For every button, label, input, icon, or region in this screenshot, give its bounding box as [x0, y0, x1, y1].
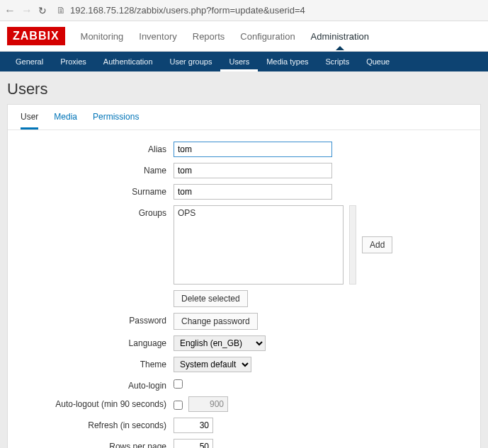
groups-scrollbar[interactable] — [349, 205, 356, 285]
auto-login-checkbox[interactable] — [174, 379, 183, 389]
subnav-scripts[interactable]: Scripts — [317, 52, 358, 71]
top-nav: ZABBIX Monitoring Inventory Reports Conf… — [0, 21, 488, 52]
refresh-label: Refresh (in seconds) — [21, 418, 174, 430]
tab-user[interactable]: User — [21, 112, 38, 130]
subnav-general[interactable]: General — [7, 52, 52, 71]
logo[interactable]: ZABBIX — [7, 27, 65, 45]
groups-label: Groups — [21, 205, 174, 218]
auto-logout-checkbox[interactable] — [174, 401, 183, 410]
tab-media[interactable]: Media — [54, 112, 77, 130]
tabs: User Media Permissions — [8, 105, 480, 130]
groups-option[interactable]: OPS — [178, 208, 195, 218]
nav-monitoring[interactable]: Monitoring — [81, 31, 124, 42]
tab-permissions[interactable]: Permissions — [93, 112, 139, 130]
url-bar[interactable]: 🗎 192.168.75.128/zabbix/users.php?form=u… — [52, 4, 484, 17]
language-select[interactable]: English (en_GB) — [174, 335, 266, 351]
page-icon: 🗎 — [57, 5, 66, 16]
password-label: Password — [21, 313, 174, 326]
surname-input[interactable] — [174, 184, 332, 200]
auto-login-label: Auto-login — [21, 378, 174, 391]
language-label: Language — [21, 335, 174, 348]
user-form: Alias Name Surname Groups OPS Add — [8, 130, 480, 448]
rows-input[interactable] — [174, 439, 213, 448]
url-text: 192.168.75.128/zabbix/users.php?form=upd… — [70, 5, 305, 16]
spacer — [21, 290, 174, 293]
rows-label: Rows per page — [21, 439, 174, 448]
subnav-user-groups[interactable]: User groups — [161, 52, 221, 71]
page-area: Users User Media Permissions Alias Name … — [0, 71, 488, 448]
page-title: Users — [7, 80, 481, 98]
alias-input[interactable] — [174, 142, 332, 157]
subnav-authentication[interactable]: Authentication — [95, 52, 161, 71]
delete-selected-button[interactable]: Delete selected — [174, 290, 248, 307]
back-icon[interactable]: ← — [4, 4, 16, 17]
subnav-queue[interactable]: Queue — [358, 52, 398, 71]
name-label: Name — [21, 163, 174, 176]
nav-inventory[interactable]: Inventory — [139, 31, 176, 42]
theme-label: Theme — [21, 357, 174, 369]
nav-configuration[interactable]: Configuration — [240, 31, 295, 42]
alias-label: Alias — [21, 142, 174, 154]
nav-administration[interactable]: Administration — [311, 31, 369, 42]
surname-label: Surname — [21, 184, 174, 197]
forward-icon[interactable]: → — [21, 4, 33, 17]
name-input[interactable] — [174, 163, 332, 178]
change-password-button[interactable]: Change password — [174, 313, 258, 330]
subnav-users[interactable]: Users — [220, 52, 258, 71]
add-group-button[interactable]: Add — [362, 236, 392, 253]
reload-icon[interactable]: ↻ — [38, 5, 47, 16]
panel: User Media Permissions Alias Name Surnam… — [7, 104, 481, 448]
auto-logout-label: Auto-logout (min 90 seconds) — [21, 396, 174, 409]
browser-bar: ← → ↻ 🗎 192.168.75.128/zabbix/users.php?… — [0, 0, 488, 21]
refresh-input[interactable] — [174, 418, 213, 433]
subnav-proxies[interactable]: Proxies — [52, 52, 95, 71]
nav-reports[interactable]: Reports — [193, 31, 225, 42]
auto-logout-input — [188, 396, 228, 412]
groups-listbox[interactable]: OPS — [174, 205, 344, 285]
sub-nav: General Proxies Authentication User grou… — [0, 52, 488, 71]
subnav-media-types[interactable]: Media types — [258, 52, 317, 71]
theme-select[interactable]: System default — [174, 357, 251, 372]
